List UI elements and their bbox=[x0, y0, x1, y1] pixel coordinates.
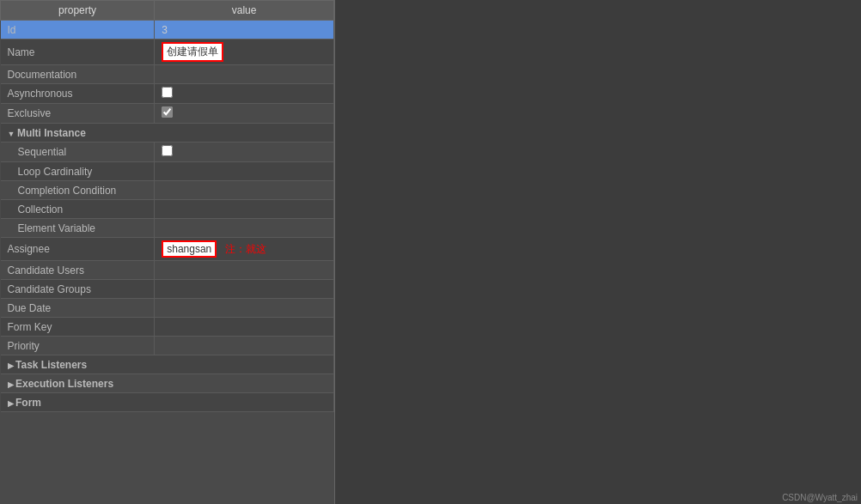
prop-value[interactable] bbox=[155, 84, 334, 104]
exclusive-checkbox[interactable] bbox=[162, 106, 173, 118]
prop-label: Due Date bbox=[1, 299, 155, 318]
table-row: Candidate Users bbox=[1, 261, 334, 280]
prop-value bbox=[155, 261, 334, 280]
table-row: Id 3 bbox=[1, 21, 334, 39]
table-row: Name 创建请假单 bbox=[1, 39, 334, 65]
section-label[interactable]: Multi Instance bbox=[1, 124, 334, 143]
table-row: Assignee shangsan 注：就这 bbox=[1, 238, 334, 261]
table-row: Form Key bbox=[1, 318, 334, 337]
section-label[interactable]: Task Listeners bbox=[1, 355, 334, 374]
asynchronous-checkbox[interactable] bbox=[162, 87, 173, 98]
form-section[interactable]: Form bbox=[1, 393, 334, 412]
col-header-value: value bbox=[155, 1, 334, 21]
prop-value bbox=[155, 318, 334, 337]
prop-value-assignee[interactable]: shangsan 注：就这 bbox=[155, 238, 334, 261]
prop-label: Exclusive bbox=[1, 104, 155, 124]
name-input-highlighted[interactable]: 创建请假单 bbox=[162, 42, 223, 62]
table-row: Element Variable bbox=[1, 219, 334, 238]
prop-value bbox=[155, 337, 334, 355]
table-row: Exclusive bbox=[1, 104, 334, 124]
prop-label: Name bbox=[1, 39, 155, 65]
prop-label: Priority bbox=[1, 337, 155, 355]
prop-value bbox=[155, 280, 334, 299]
section-label[interactable]: Execution Listeners bbox=[1, 374, 334, 393]
prop-label: Id bbox=[1, 21, 155, 39]
prop-value bbox=[155, 219, 334, 238]
diagram-area: 1.单击此框 StartEvent 👤 创建请假单 👤 经理审批 👤 总经理审批 bbox=[335, 0, 861, 504]
prop-value bbox=[155, 299, 334, 318]
prop-label: Documentation bbox=[1, 65, 155, 84]
property-panel: property value Id 3 Name 创建请假单 Documenta… bbox=[0, 0, 335, 504]
prop-label: Assignee bbox=[1, 238, 155, 261]
section-label[interactable]: Form bbox=[1, 393, 334, 412]
property-table: property value Id 3 Name 创建请假单 Documenta… bbox=[0, 0, 334, 412]
task-listeners-section[interactable]: Task Listeners bbox=[1, 355, 334, 374]
table-row: Asynchronous bbox=[1, 84, 334, 104]
prop-label: Sequential bbox=[1, 143, 155, 162]
multi-instance-section[interactable]: Multi Instance bbox=[1, 124, 334, 143]
prop-value bbox=[155, 200, 334, 219]
table-row: Candidate Groups bbox=[1, 280, 334, 299]
prop-value bbox=[155, 65, 334, 84]
prop-value bbox=[155, 181, 334, 200]
table-row: Priority bbox=[1, 337, 334, 355]
prop-label: Candidate Groups bbox=[1, 280, 155, 299]
sequential-checkbox[interactable] bbox=[162, 145, 173, 156]
prop-label: Loop Cardinality bbox=[1, 162, 155, 181]
table-row: Collection bbox=[1, 200, 334, 219]
prop-label: Asynchronous bbox=[1, 84, 155, 104]
watermark: CSDN@Wyatt_zhai bbox=[782, 493, 858, 502]
prop-value[interactable] bbox=[155, 104, 334, 124]
prop-label: Collection bbox=[1, 200, 155, 219]
prop-value: 3 bbox=[155, 21, 334, 39]
prop-value[interactable] bbox=[155, 143, 334, 162]
col-header-property: property bbox=[1, 1, 155, 21]
prop-label: Element Variable bbox=[1, 219, 155, 238]
assignee-input-highlighted[interactable]: shangsan bbox=[162, 240, 217, 258]
table-row: Sequential bbox=[1, 143, 334, 162]
table-row: Loop Cardinality bbox=[1, 162, 334, 181]
prop-label: Candidate Users bbox=[1, 261, 155, 280]
assignee-hint: 注：就这 bbox=[225, 243, 266, 255]
table-row: Due Date bbox=[1, 299, 334, 318]
prop-label: Completion Condition bbox=[1, 181, 155, 200]
prop-value bbox=[155, 162, 334, 181]
prop-label: Form Key bbox=[1, 318, 155, 337]
table-row: Documentation bbox=[1, 65, 334, 84]
prop-value-name[interactable]: 创建请假单 bbox=[155, 39, 334, 65]
table-row: Completion Condition bbox=[1, 181, 334, 200]
execution-listeners-section[interactable]: Execution Listeners bbox=[1, 374, 334, 393]
diagram-panel: 1.单击此框 StartEvent 👤 创建请假单 👤 经理审批 👤 总经理审批 bbox=[335, 0, 861, 504]
